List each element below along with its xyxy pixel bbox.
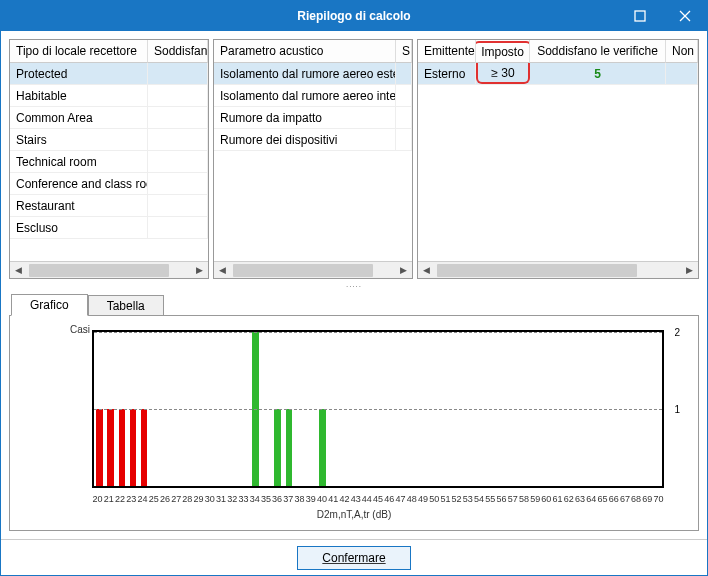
- table-row[interactable]: Stairs: [10, 129, 208, 151]
- col-soddisfano[interactable]: Soddisfano le verifiche: [530, 40, 666, 63]
- grid-body: Esterno≥ 305: [418, 63, 698, 261]
- cell-satisfy: [148, 107, 208, 128]
- table-row[interactable]: Technical room: [10, 151, 208, 173]
- chart-xtick: 60: [541, 494, 552, 504]
- cell-room-type: Restaurant: [10, 195, 148, 216]
- cell-satisfy: [148, 85, 208, 106]
- top-grids: Tipo di locale recettore Soddisfan Prote…: [9, 39, 699, 279]
- maximize-icon: [634, 10, 646, 22]
- col-s[interactable]: S: [396, 40, 412, 63]
- chart-xtick: 56: [496, 494, 507, 504]
- horizontal-scrollbar[interactable]: ◀ ▶: [418, 261, 698, 278]
- grid-room-types: Tipo di locale recettore Soddisfan Prote…: [9, 39, 209, 279]
- chart-xtick: 46: [384, 494, 395, 504]
- chart-xtick: 58: [518, 494, 529, 504]
- titlebar-buttons: [617, 1, 707, 31]
- scroll-track[interactable]: [231, 262, 395, 278]
- chart-xtick: 34: [249, 494, 260, 504]
- table-row[interactable]: Rumore dei dispositivi: [214, 129, 412, 151]
- cell-s: [396, 85, 412, 106]
- scroll-left-button[interactable]: ◀: [10, 262, 27, 279]
- chart-xtick: 61: [552, 494, 563, 504]
- table-row[interactable]: Restaurant: [10, 195, 208, 217]
- scroll-left-button[interactable]: ◀: [214, 262, 231, 279]
- chart-xtick: 51: [440, 494, 451, 504]
- horizontal-scrollbar[interactable]: ◀ ▶: [214, 261, 412, 278]
- col-imposto-highlighted[interactable]: Imposto: [476, 41, 530, 61]
- col-emittente[interactable]: Emittente: [418, 40, 476, 63]
- grid-header: Parametro acustico S: [214, 40, 412, 63]
- chart-xtick: 66: [608, 494, 619, 504]
- scroll-left-button[interactable]: ◀: [418, 262, 435, 279]
- maximize-button[interactable]: [617, 1, 662, 31]
- chart-xtick: 64: [586, 494, 597, 504]
- chart-xtick: 33: [238, 494, 249, 504]
- cell-s: [396, 107, 412, 128]
- chart-xticks: 2021222324252627282930313233343536373839…: [92, 494, 664, 504]
- cell-satisfy: [148, 217, 208, 238]
- chart-ylabel: Casi: [70, 324, 90, 335]
- table-row[interactable]: Isolamento dal rumore aereo esterno: [214, 63, 412, 85]
- cell-satisfy: [148, 151, 208, 172]
- cell-satisfy: [148, 173, 208, 194]
- chart-xtick: 63: [574, 494, 585, 504]
- scroll-track[interactable]: [27, 262, 191, 278]
- cell-satisfy: [148, 63, 208, 84]
- grid-verifications: Emittente Imposto Soddisfano le verifich…: [417, 39, 699, 279]
- footer: Confermare: [1, 539, 707, 575]
- cell-soddisfano: 5: [530, 63, 666, 84]
- close-icon: [679, 10, 691, 22]
- chart-xtick: 37: [283, 494, 294, 504]
- cell-room-type: Escluso: [10, 217, 148, 238]
- col-room-type[interactable]: Tipo di locale recettore: [10, 40, 148, 63]
- col-non[interactable]: Non: [666, 40, 698, 63]
- chart-xtick: 24: [137, 494, 148, 504]
- chart-xtick: 36: [272, 494, 283, 504]
- close-button[interactable]: [662, 1, 707, 31]
- chart-xtick: 35: [260, 494, 271, 504]
- scroll-thumb[interactable]: [233, 264, 373, 277]
- chart-xtick: 50: [429, 494, 440, 504]
- table-row[interactable]: Rumore da impatto: [214, 107, 412, 129]
- scroll-thumb[interactable]: [29, 264, 169, 277]
- table-row[interactable]: Esterno≥ 305: [418, 63, 698, 85]
- chart-bar: [141, 409, 148, 486]
- col-satisfy[interactable]: Soddisfan: [148, 40, 208, 63]
- scroll-thumb[interactable]: [437, 264, 637, 277]
- cell-emittente: Esterno: [418, 63, 476, 84]
- scroll-track[interactable]: [435, 262, 681, 278]
- chart-xtick: 62: [563, 494, 574, 504]
- chart-xtick: 43: [350, 494, 361, 504]
- cell-room-type: Stairs: [10, 129, 148, 150]
- cell-s: [396, 63, 412, 84]
- tab-grafico[interactable]: Grafico: [11, 294, 88, 316]
- table-row[interactable]: Protected: [10, 63, 208, 85]
- tabs-area: Grafico Tabella Casi 12 2021222324252627…: [9, 293, 699, 531]
- grid-acoustic-params: Parametro acustico S Isolamento dal rumo…: [213, 39, 413, 279]
- chart-ytick: 2: [674, 327, 680, 338]
- scroll-right-button[interactable]: ▶: [395, 262, 412, 279]
- chart-xtick: 29: [193, 494, 204, 504]
- scroll-right-button[interactable]: ▶: [681, 262, 698, 279]
- chart-xtick: 65: [597, 494, 608, 504]
- table-row[interactable]: Escluso: [10, 217, 208, 239]
- table-row[interactable]: Isolamento dal rumore aereo interno: [214, 85, 412, 107]
- cell-satisfy: [148, 195, 208, 216]
- chart-xtick: 49: [417, 494, 428, 504]
- cell-room-type: Common Area: [10, 107, 148, 128]
- window-title: Riepilogo di calcolo: [1, 9, 707, 23]
- scroll-right-button[interactable]: ▶: [191, 262, 208, 279]
- horizontal-scrollbar[interactable]: ◀ ▶: [10, 261, 208, 278]
- chart-bar: [119, 409, 126, 486]
- table-row[interactable]: Common Area: [10, 107, 208, 129]
- cell-room-type: Protected: [10, 63, 148, 84]
- table-row[interactable]: Habitable: [10, 85, 208, 107]
- splitter-handle[interactable]: ·····: [9, 283, 699, 289]
- chart-xtick: 52: [451, 494, 462, 504]
- col-param[interactable]: Parametro acustico: [214, 40, 396, 63]
- svg-rect-0: [635, 11, 645, 21]
- table-row[interactable]: Conference and class room: [10, 173, 208, 195]
- chart-xtick: 31: [215, 494, 226, 504]
- confirm-button[interactable]: Confermare: [297, 546, 410, 570]
- tab-tabella[interactable]: Tabella: [88, 295, 164, 316]
